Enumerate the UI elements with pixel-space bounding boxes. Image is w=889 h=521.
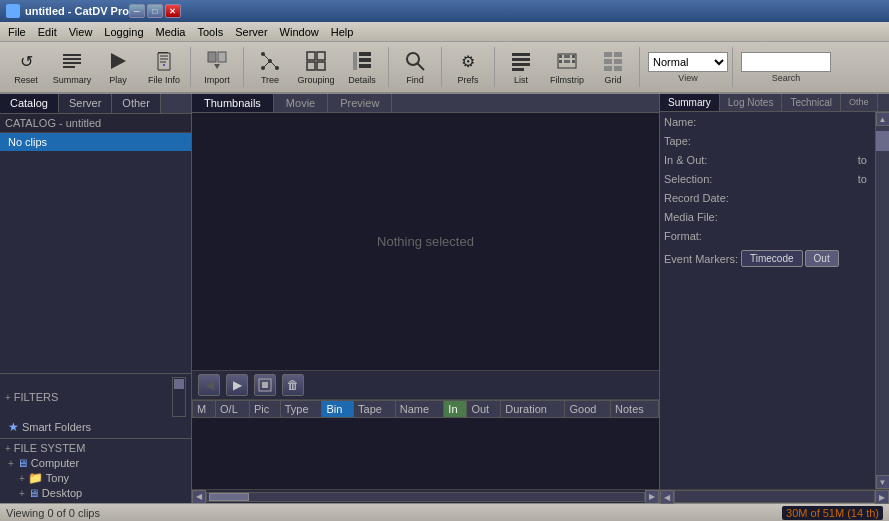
find-button[interactable]: Find — [393, 44, 437, 90]
col-duration[interactable]: Duration — [501, 401, 565, 418]
titlebar: untitled - CatDV Pro ─ □ ✕ — [0, 0, 889, 22]
nav-back-button[interactable]: ◀ — [198, 374, 220, 396]
vscroll-down-arrow[interactable]: ▼ — [876, 475, 890, 489]
right-tab-technical[interactable]: Technical — [782, 94, 841, 111]
grid-icon — [601, 49, 625, 73]
hscroll-right-arrow[interactable]: ▶ — [645, 490, 659, 504]
hscroll-track[interactable] — [206, 492, 645, 502]
nav-forward-button[interactable]: ▶ — [226, 374, 248, 396]
col-notes[interactable]: Notes — [611, 401, 659, 418]
hscroll-thumb — [209, 493, 249, 501]
right-hscroll-right[interactable]: ▶ — [875, 490, 889, 504]
field-format: Format: — [664, 230, 871, 244]
svg-rect-41 — [614, 59, 622, 64]
col-in[interactable]: In — [444, 401, 467, 418]
col-ol[interactable]: O/L — [216, 401, 250, 418]
menu-file[interactable]: File — [2, 25, 32, 39]
timecode-button[interactable]: Timecode — [741, 250, 803, 267]
fileinfo-button[interactable]: File Info — [142, 44, 186, 90]
right-panel-tabs: Summary Log Notes Technical Othe — [660, 94, 889, 112]
col-out[interactable]: Out — [467, 401, 501, 418]
right-tab-other[interactable]: Othe — [841, 94, 878, 111]
svg-rect-2 — [63, 62, 81, 64]
col-type[interactable]: Type — [280, 401, 322, 418]
tab-server[interactable]: Server — [59, 94, 112, 113]
col-m[interactable]: M — [193, 401, 216, 418]
play-button[interactable]: Play — [96, 44, 140, 90]
nav-capture-button[interactable] — [254, 374, 276, 396]
menu-logging[interactable]: Logging — [98, 25, 149, 39]
svg-rect-20 — [317, 62, 325, 70]
col-pic[interactable]: Pic — [249, 401, 280, 418]
menu-media[interactable]: Media — [150, 25, 192, 39]
filter-smart-folders[interactable]: ★ Smart Folders — [5, 419, 186, 435]
grid-button[interactable]: Grid — [591, 44, 635, 90]
filter-scroll-thumb — [174, 379, 184, 389]
preview-tab-movie[interactable]: Movie — [274, 94, 328, 112]
prefs-button[interactable]: ⚙ Prefs — [446, 44, 490, 90]
preview-tab-preview[interactable]: Preview — [328, 94, 392, 112]
tab-other[interactable]: Other — [112, 94, 161, 113]
left-panel-tabs: Catalog Server Other — [0, 94, 191, 114]
nav-delete-button[interactable]: 🗑 — [282, 374, 304, 396]
view-dropdown[interactable]: Normal Compact Full — [648, 52, 728, 72]
close-button[interactable]: ✕ — [165, 4, 181, 18]
menu-help[interactable]: Help — [325, 25, 360, 39]
toolbar-sep-6 — [639, 47, 640, 87]
grouping-button[interactable]: Grouping — [294, 44, 338, 90]
menu-edit[interactable]: Edit — [32, 25, 63, 39]
svg-rect-27 — [512, 53, 530, 56]
hscroll-left-arrow[interactable]: ◀ — [192, 490, 206, 504]
view-label: View — [678, 73, 697, 83]
fs-item-desktop[interactable]: + 🖥 Desktop — [5, 486, 186, 500]
vscroll-track[interactable] — [876, 126, 889, 475]
search-input[interactable] — [741, 52, 831, 72]
right-hscroll-left[interactable]: ◀ — [660, 490, 674, 504]
right-vertical-scrollbar[interactable]: ▲ ▼ — [875, 112, 889, 489]
format-value — [743, 230, 871, 244]
col-tape[interactable]: Tape — [354, 401, 396, 418]
list-button[interactable]: List — [499, 44, 543, 90]
col-good[interactable]: Good — [565, 401, 611, 418]
clip-table: M O/L Pic Type Bin Tape Name In Out Dura… — [192, 400, 659, 418]
filters-expand-icon[interactable]: + — [5, 392, 11, 403]
svg-line-15 — [263, 61, 270, 68]
import-button[interactable]: Import — [195, 44, 239, 90]
app-icon — [6, 4, 20, 18]
menu-tools[interactable]: Tools — [191, 25, 229, 39]
maximize-button[interactable]: □ — [147, 4, 163, 18]
preview-tab-thumbnails[interactable]: Thumbnails — [192, 94, 274, 112]
filmstrip-button[interactable]: Filmstrip — [545, 44, 589, 90]
svg-rect-18 — [317, 52, 325, 60]
catalog-item-noclips[interactable]: No clips — [0, 133, 191, 151]
col-name[interactable]: Name — [395, 401, 444, 418]
minimize-button[interactable]: ─ — [129, 4, 145, 18]
details-button[interactable]: Details — [340, 44, 384, 90]
recorddate-label: Record Date: — [664, 192, 739, 204]
out-button[interactable]: Out — [805, 250, 839, 267]
svg-rect-34 — [572, 55, 575, 58]
right-tab-lognotes[interactable]: Log Notes — [720, 94, 783, 111]
right-horizontal-scrollbar[interactable]: ◀ ▶ — [660, 489, 889, 503]
menu-window[interactable]: Window — [274, 25, 325, 39]
summary-button[interactable]: Summary — [50, 44, 94, 90]
col-bin[interactable]: Bin — [322, 401, 354, 418]
field-recorddate: Record Date: — [664, 192, 871, 206]
right-tab-summary[interactable]: Summary — [660, 94, 720, 111]
vscroll-up-arrow[interactable]: ▲ — [876, 112, 890, 126]
catalog-list: No clips — [0, 133, 191, 373]
right-hscroll-track[interactable] — [674, 490, 875, 503]
fs-item-computer[interactable]: + 🖥 Computer — [5, 456, 186, 470]
menu-view[interactable]: View — [63, 25, 99, 39]
fs-item-tony[interactable]: + 📁 Tony — [5, 470, 186, 486]
center-horizontal-scrollbar[interactable]: ◀ ▶ — [192, 489, 659, 503]
svg-rect-38 — [604, 52, 612, 57]
svg-rect-19 — [307, 62, 315, 70]
menu-server[interactable]: Server — [229, 25, 273, 39]
svg-rect-43 — [614, 66, 622, 71]
tab-catalog[interactable]: Catalog — [0, 94, 59, 113]
tree-button[interactable]: Tree — [248, 44, 292, 90]
filesystem-expand-icon[interactable]: + — [5, 443, 11, 454]
reset-button[interactable]: ↺ Reset — [4, 44, 48, 90]
svg-line-14 — [263, 54, 270, 61]
